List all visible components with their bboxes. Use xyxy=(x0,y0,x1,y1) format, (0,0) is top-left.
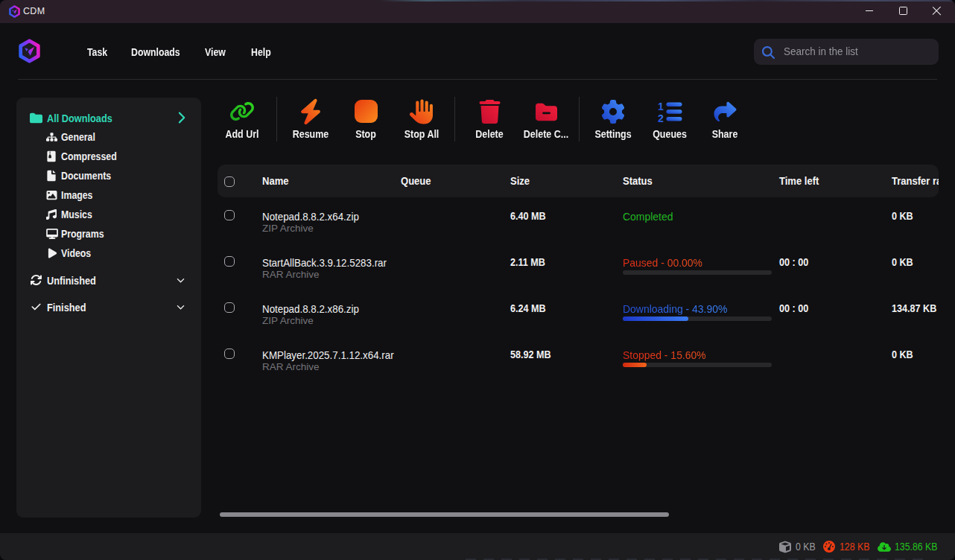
svg-text:1: 1 xyxy=(658,101,664,112)
svg-text:2: 2 xyxy=(658,112,664,122)
